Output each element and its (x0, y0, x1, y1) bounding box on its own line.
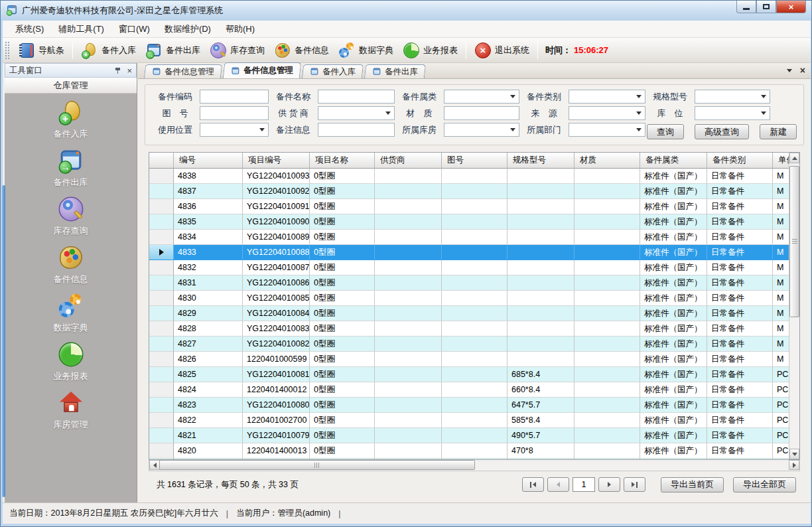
pin-icon[interactable] (114, 67, 121, 74)
toolbar-button[interactable]: ×退出系统 (470, 40, 534, 61)
previous-page-button[interactable] (547, 477, 569, 492)
toolbar-button[interactable]: 数据字典 (334, 40, 398, 61)
table-row[interactable] (149, 459, 789, 459)
form-input[interactable] (444, 106, 519, 120)
column-header[interactable]: 供货商 (375, 153, 442, 169)
table-row[interactable]: 4830YG122040100850型圈标准件（国产）日常备件M (149, 291, 789, 306)
horizontal-scrollbar[interactable] (149, 460, 800, 471)
menu-item[interactable]: 辅助工具(T) (51, 21, 111, 37)
export-current-page-button[interactable]: 导出当前页 (661, 477, 724, 492)
next-page-button[interactable] (598, 477, 620, 492)
toolbar-button[interactable]: 备件信息 (269, 40, 334, 61)
form-input[interactable] (318, 123, 395, 137)
column-header[interactable]: 规格型号 (508, 153, 575, 169)
tab[interactable]: 备件入库 (302, 64, 364, 78)
toolbar-button[interactable]: +备件入库 (76, 40, 141, 61)
left-edge-scrollbar[interactable] (2, 185, 5, 497)
form-input[interactable] (318, 90, 395, 104)
tab-close-icon[interactable]: × (800, 66, 805, 74)
vertical-scrollbar-thumb[interactable] (789, 166, 799, 317)
scroll-up-button[interactable] (789, 153, 799, 163)
menu-item[interactable]: 数据维护(D) (157, 21, 218, 37)
table-row[interactable]: 4832YG122040100870型圈标准件（国产）日常备件M (149, 260, 789, 275)
table-cell: PC (773, 398, 789, 413)
table-row[interactable]: 4829YG122040100840型圈标准件（国产）日常备件M (149, 306, 789, 321)
column-header[interactable]: 图号 (442, 153, 508, 169)
horizontal-scrollbar-thumb[interactable] (159, 460, 475, 470)
table-row[interactable]: 4823YG122040100800型圈647*5.7标准件（国产）日常备件PC (149, 398, 789, 413)
table-row[interactable]: 4828YG122040100830型圈标准件（国产）日常备件M (149, 321, 789, 337)
table-row[interactable]: 4836YG122040100910型圈标准件（国产）日常备件M (149, 199, 789, 214)
form-combo[interactable] (444, 123, 519, 137)
current-page-input[interactable]: 1 (573, 477, 595, 492)
table-row[interactable]: 482212204010027000型圈585*8.4标准件（国产）日常备件PC (149, 413, 789, 428)
close-button[interactable]: × (776, 1, 806, 13)
form-combo[interactable] (200, 123, 269, 137)
table-cell: 0型圈 (310, 367, 375, 382)
toolbar-button[interactable]: →备件出库 (141, 40, 205, 61)
column-header[interactable]: 编号 (174, 153, 243, 169)
form-combo[interactable] (569, 123, 645, 137)
table-cell (575, 169, 640, 184)
sidebar-item-bag-in[interactable]: +备件入库 (5, 99, 137, 147)
sidebar-item-magnifier[interactable]: 库存查询 (5, 196, 137, 244)
form-button[interactable]: 查询 (647, 124, 684, 139)
sidebar-item-gears[interactable]: 数据字典 (5, 293, 137, 341)
tab[interactable]: 备件信息管理 (144, 64, 222, 78)
table-row[interactable]: 482612204010005990型圈标准件（国产）日常备件M (149, 352, 789, 367)
table-row-selected[interactable]: 4833YG122040100880型圈标准件（国产）日常备件M (149, 245, 789, 260)
minimize-button[interactable] (736, 1, 756, 13)
tab[interactable]: 备件出库 (364, 64, 426, 78)
form-button[interactable]: 新建 (760, 124, 797, 139)
form-button[interactable]: 高级查询 (695, 124, 749, 139)
form-input[interactable] (200, 106, 269, 120)
panel-close-icon[interactable]: × (127, 67, 132, 74)
column-header[interactable]: 备件属类 (640, 153, 707, 169)
sidebar-item-house[interactable]: 库房管理 (5, 390, 137, 438)
vertical-scrollbar[interactable] (789, 153, 799, 459)
toolbar-button[interactable]: 业务报表 (398, 40, 462, 61)
form-combo[interactable] (444, 90, 519, 104)
table-row[interactable]: 4821YG122040100790型圈490*5.7标准件（国产）日常备件PC (149, 428, 789, 443)
first-page-button[interactable] (522, 477, 544, 492)
form-combo[interactable] (318, 106, 395, 120)
table-row[interactable]: 4835YG122040100900型圈标准件（国产）日常备件M (149, 214, 789, 230)
scroll-down-button[interactable] (789, 449, 799, 459)
scroll-right-button[interactable] (789, 460, 799, 470)
tab-list-dropdown-icon[interactable] (787, 69, 792, 72)
table-row[interactable]: 4827YG122040100820型圈标准件（国产）日常备件M (149, 337, 789, 352)
sidebar-item-pie[interactable]: 业务报表 (5, 341, 137, 390)
column-header[interactable]: 单位 (773, 153, 789, 169)
table-row[interactable]: 482412204014000120型圈660*8.4标准件（国产）日常备件PC (149, 382, 789, 398)
menu-item[interactable]: 系统(S) (8, 21, 51, 37)
toolbar-button[interactable]: 导航条 (13, 40, 69, 61)
maximize-button[interactable] (756, 1, 776, 13)
export-all-pages-button[interactable]: 导出全部页 (733, 477, 796, 492)
main-toolbar: 导航条+备件入库→备件出库库存查询备件信息数据字典业务报表×退出系统时间：15:… (3, 38, 811, 63)
column-header[interactable]: 项目编号 (243, 153, 310, 169)
scroll-left-button[interactable] (149, 460, 160, 470)
column-header[interactable]: 备件类别 (707, 153, 773, 169)
form-combo[interactable] (695, 90, 770, 104)
table-row[interactable]: 4834YG122040100890型圈标准件（国产）日常备件M (149, 230, 789, 245)
table-row[interactable]: 4831YG122040100860型圈标准件（国产）日常备件M (149, 275, 789, 291)
table-row[interactable]: 4825YG122040100810型圈685*8.4标准件（国产）日常备件PC (149, 367, 789, 382)
column-header[interactable]: 项目名称 (310, 153, 375, 169)
table-row[interactable]: 4837YG122040100920型圈标准件（国产）日常备件M (149, 184, 789, 199)
column-header[interactable]: 材质 (575, 153, 640, 169)
table-row[interactable]: 4838YG122040100930型圈标准件（国产）日常备件M (149, 169, 789, 184)
form-combo[interactable] (569, 106, 645, 120)
sidebar-item-palette[interactable]: 备件信息 (5, 244, 137, 293)
menu-item[interactable]: 窗口(W) (111, 21, 157, 37)
last-page-button[interactable] (624, 477, 645, 492)
tab-active[interactable]: 备件信息管理 (223, 62, 302, 78)
menu-item[interactable]: 帮助(H) (218, 21, 262, 37)
toolbar-button[interactable]: 库存查询 (205, 40, 269, 61)
table-cell: 日常备件 (707, 428, 773, 443)
sidebar-item-window-out[interactable]: →备件出库 (5, 147, 137, 196)
form-combo[interactable] (569, 90, 645, 104)
toolbar-grip[interactable] (5, 42, 9, 59)
form-input[interactable] (200, 90, 269, 104)
table-row[interactable]: 482012204014000130型圈470*8标准件（国产）日常备件PC (149, 443, 789, 459)
form-combo[interactable] (695, 106, 770, 120)
